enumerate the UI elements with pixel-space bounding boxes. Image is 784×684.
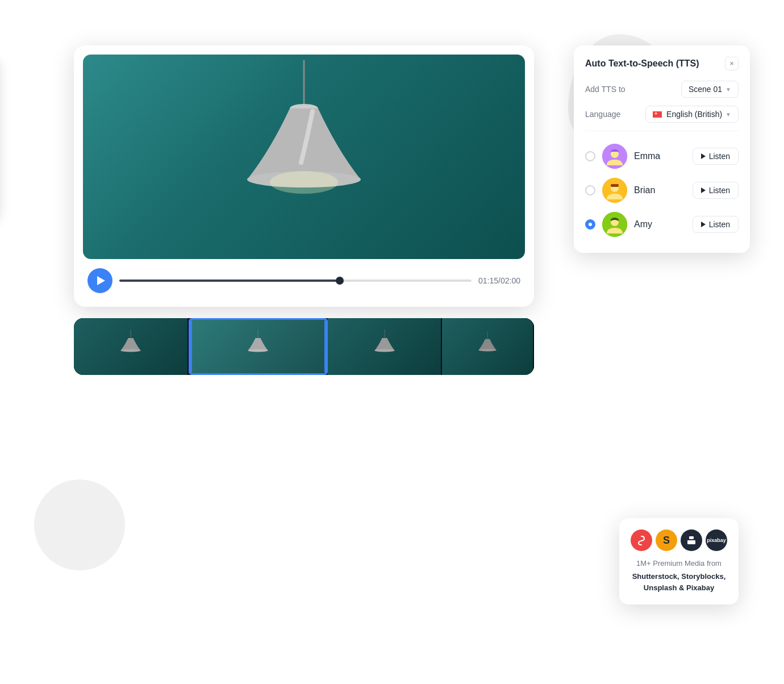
svg-rect-21 [611,184,619,187]
shutterstock-icon [631,529,652,551]
voice-radio-emma[interactable] [585,151,595,161]
listen-label-emma: Listen [709,152,730,161]
timeline-segment-3-inner [328,318,441,375]
brian-avatar-svg [602,178,627,203]
close-icon: × [729,60,733,68]
timeline-segment-1[interactable] [74,318,189,375]
voice-name-amy: Amy [634,219,686,230]
listen-button-brian[interactable]: Listen [693,182,739,199]
timeline-segment-2-inner [190,320,326,373]
tts-header: Auto Text-to-Speech (TTS) × [585,57,739,70]
media-icons-row: S pixabay [631,529,727,551]
play-icon [97,276,105,285]
timeline-lamp-1 [114,330,148,364]
language-label: Language [585,110,620,119]
timeline-segment-3[interactable] [328,318,443,375]
timeline-segment-4[interactable] [442,318,534,375]
voice-avatar-amy [602,212,627,237]
video-wrapper: 01:15/02:00 [74,45,534,307]
scene-value: Scene 01 [689,85,722,94]
svg-point-10 [120,349,140,352]
svg-rect-25 [687,540,695,544]
main-container: 01:15/02:00 [74,45,534,375]
timeline-handle-left[interactable] [189,320,192,373]
storyblocks-icon: S [656,529,677,551]
unsplash-svg [686,535,697,545]
media-sources-card: S pixabay 1M+ Premium Media from Shutter… [619,518,739,604]
scene-select[interactable]: Scene 01 ▼ [681,81,739,98]
tts-panel: Auto Text-to-Speech (TTS) × Add TTS to S… [574,45,750,253]
unsplash-icon [681,529,702,551]
media-premium-text: 1M+ Premium Media from [631,559,727,568]
total-time: 02:00 [501,276,520,285]
timeline-lamp-4 [473,330,502,364]
pixabay-icon: pixabay [706,529,727,551]
voice-name-emma: Emma [634,151,686,161]
voice-name-brian: Brian [634,185,686,195]
progress-fill [119,280,340,282]
svg-point-12 [248,349,268,352]
decorative-blob-bottom [34,479,125,570]
media-brands-text: Shutterstock, Storyblocks, Unsplash & Pi… [631,571,727,593]
language-dropdown-icon: ▼ [725,111,731,118]
voice-option-amy[interactable]: Amy Listen [585,207,739,241]
video-screen [83,55,525,259]
amy-avatar-svg [602,212,627,237]
voice-avatar-emma [602,144,627,169]
progress-thumb [336,277,344,285]
progress-bar[interactable] [119,280,472,282]
listen-play-icon-amy [701,222,706,227]
timeline-lamp-3 [368,330,402,364]
video-controls: 01:15/02:00 [83,259,525,298]
shutterstock-svg [636,535,647,546]
lamp-illustration [213,60,395,253]
voice-option-brian[interactable]: Brian Listen [585,173,739,207]
tts-language-row: Language + English (British) ▼ [585,106,739,123]
language-value: English (British) [666,110,722,119]
voice-avatar-brian [602,178,627,203]
listen-label-amy: Listen [709,220,730,229]
flag-icon: + [653,111,662,118]
timeline-segment-2[interactable] [189,318,328,375]
timeline-handle-right[interactable] [324,320,328,373]
svg-point-16 [479,349,497,351]
emma-avatar-svg [602,144,627,169]
tts-add-row: Add TTS to Scene 01 ▼ [585,81,739,98]
scene-dropdown-icon: ▼ [725,86,731,93]
time-display: 01:15/02:00 [478,276,520,285]
voice-radio-brian[interactable] [585,185,595,195]
play-button[interactable] [87,268,112,293]
voice-option-emma[interactable]: Emma Listen [585,139,739,173]
listen-label-brian: Listen [709,186,730,195]
timeline-lamp-2 [241,330,275,364]
language-select[interactable]: + English (British) ▼ [645,106,739,123]
listen-button-emma[interactable]: Listen [693,148,739,165]
tts-divider [585,131,739,131]
timeline-strip [74,318,534,375]
voice-radio-amy[interactable] [585,219,595,230]
timeline-segment-4-inner [442,318,533,375]
svg-point-8 [270,171,338,194]
tts-close-button[interactable]: × [725,57,739,70]
tts-title: Auto Text-to-Speech (TTS) [585,59,699,69]
listen-play-icon-brian [701,187,706,193]
add-tts-label: Add TTS to [585,85,625,94]
timeline-segment-1-inner [74,318,187,375]
current-time: 01:15 [478,276,498,285]
listen-play-icon-emma [701,153,706,159]
svg-point-14 [374,349,394,352]
svg-rect-24 [689,536,694,539]
listen-button-amy[interactable]: Listen [693,216,739,233]
